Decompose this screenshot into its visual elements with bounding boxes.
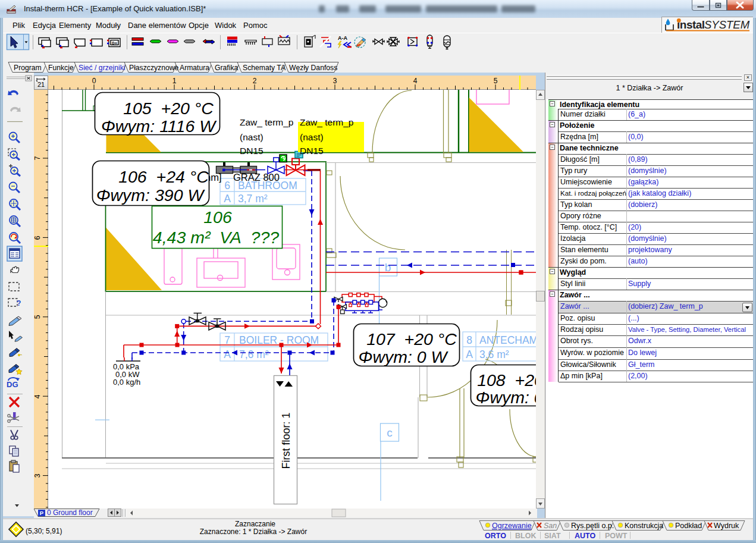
- svg-text:Φwym: 0 W: Φwym: 0 W: [476, 388, 536, 407]
- svg-text:(nast): (nast): [240, 132, 263, 142]
- svg-text:2: 2: [253, 77, 257, 85]
- svg-text:(nast): (nast): [300, 132, 324, 142]
- svg-text:4: 4: [413, 77, 418, 85]
- svg-text:Węzły Danfoss: Węzły Danfoss: [289, 64, 337, 72]
- svg-text:GRAZ 800: GRAZ 800: [233, 172, 280, 183]
- svg-text:Φwym: 1116 W: Φwym: 1116 W: [101, 117, 217, 136]
- svg-text:3,7 m²: 3,7 m²: [238, 193, 268, 205]
- svg-text:Φwym: 0 W: Φwym: 0 W: [359, 347, 449, 366]
- svg-text:1: 1: [172, 77, 177, 85]
- svg-text:b: b: [385, 261, 391, 274]
- svg-text:?: ?: [17, 299, 21, 307]
- svg-text:DN15: DN15: [240, 146, 263, 156]
- svg-text:106 +24 °C: 106 +24 °C: [118, 167, 209, 186]
- svg-text:Wydruk: Wydruk: [714, 522, 739, 530]
- svg-text:ORTO: ORTO: [485, 532, 506, 540]
- svg-text:Armatura: Armatura: [180, 64, 209, 72]
- svg-text:3,6 m²: 3,6 m²: [479, 349, 509, 360]
- svg-text:Sieć / grzejniki: Sieć / grzejniki: [79, 64, 126, 72]
- svg-text:0,0 kg/h: 0,0 kg/h: [113, 378, 140, 387]
- svg-text:Konstrukcja: Konstrukcja: [625, 522, 663, 530]
- svg-text:Zaw_ term_p: Zaw_ term_p: [240, 117, 293, 127]
- svg-text:108 +20 °C: 108 +20 °C: [477, 371, 536, 390]
- svg-text:A: A: [224, 349, 231, 360]
- svg-text:Rys.pętli o.p.: Rys.pętli o.p.: [571, 522, 614, 530]
- svg-text:Ogrzewanie: Ogrzewanie: [492, 522, 532, 530]
- svg-text:SIAT: SIAT: [544, 532, 561, 540]
- svg-text:Φwym: 390 W: Φwym: 390 W: [96, 186, 206, 205]
- svg-text:Grafika: Grafika: [215, 64, 239, 72]
- svg-text:Zaznaczanie: Zaznaczanie: [235, 520, 275, 528]
- svg-text:(5,30; 5,91): (5,30; 5,91): [26, 527, 62, 535]
- svg-text:5: 5: [494, 77, 498, 85]
- svg-text:0: 0: [92, 77, 96, 85]
- svg-text:107 +20 °C: 107 +20 °C: [366, 329, 457, 349]
- svg-text:ANTECHAMBER: ANTECHAMBER: [479, 334, 536, 346]
- svg-text:A: A: [466, 349, 473, 360]
- svg-text:San: San: [544, 522, 557, 530]
- svg-text:3: 3: [34, 473, 42, 478]
- svg-text:7,6 m²: 7,6 m²: [239, 349, 269, 360]
- svg-text:7: 7: [224, 334, 230, 346]
- svg-text:SYSTEM: SYSTEM: [704, 18, 750, 31]
- svg-text:P: P: [40, 510, 44, 516]
- svg-text:6: 6: [34, 236, 42, 240]
- svg-text:Schematy TA: Schematy TA: [243, 64, 286, 72]
- svg-text:8: 8: [466, 334, 472, 346]
- svg-text:DN15: DN15: [300, 146, 324, 156]
- svg-text:A: A: [224, 193, 231, 205]
- svg-text:7: 7: [34, 156, 42, 160]
- svg-text:DG: DG: [7, 380, 18, 389]
- svg-text:Płaszczyznowe: Płaszczyznowe: [129, 64, 179, 72]
- svg-text:Funkcje: Funkcje: [48, 64, 74, 72]
- svg-text:6: 6: [224, 180, 230, 192]
- svg-text:5: 5: [34, 315, 42, 319]
- svg-text:Zaznaczone: 1 * Działka -> Zaw: Zaznaczone: 1 * Działka -> Zawór: [200, 528, 307, 536]
- svg-text:c: c: [387, 426, 393, 439]
- svg-text:A-A: A-A: [338, 35, 347, 41]
- svg-text:3: 3: [333, 77, 337, 85]
- svg-text:4: 4: [34, 394, 42, 398]
- svg-text:POWT: POWT: [605, 532, 628, 540]
- svg-text:0 Ground floor: 0 Ground floor: [47, 509, 93, 517]
- svg-text:0=: 0=: [112, 40, 117, 46]
- svg-text:105 +20 °C: 105 +20 °C: [123, 99, 214, 118]
- svg-text:Program: Program: [14, 64, 42, 72]
- svg-text:Zaw_ term_p: Zaw_ term_p: [300, 117, 353, 127]
- svg-text:4,43 m² VA ???: 4,43 m² VA ???: [153, 228, 279, 247]
- svg-text:First floor: 1: First floor: 1: [280, 412, 292, 469]
- svg-text:BLOK: BLOK: [515, 532, 536, 540]
- svg-text:Podkład: Podkład: [675, 522, 702, 530]
- svg-text:AUTO: AUTO: [575, 532, 595, 540]
- svg-text:106: 106: [203, 208, 232, 227]
- svg-text:instal: instal: [677, 18, 705, 31]
